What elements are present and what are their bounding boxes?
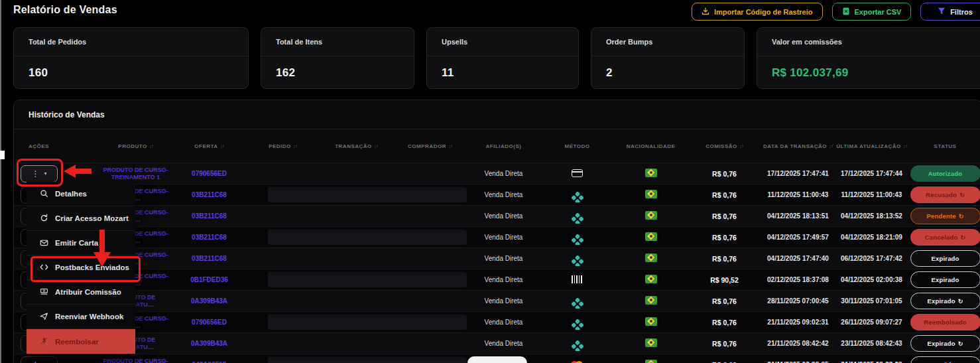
- column-header-comiss-o[interactable]: COMISSÃO↓↑: [688, 143, 761, 149]
- offer-link[interactable]: 0B1FDED36: [172, 276, 246, 283]
- status-badge-label: Expirado: [928, 297, 955, 305]
- menu-item-reembolsar[interactable]: Reembolsar: [27, 329, 135, 354]
- column-header-produto[interactable]: PRODUTO↓↑: [99, 143, 172, 149]
- status-cell: Autorizado: [908, 165, 980, 182]
- sort-icon[interactable]: ↓↑: [903, 143, 907, 149]
- mastercard-icon: [571, 361, 583, 363]
- table-row: ⋮▾PRODUTO DE ASSINATU…0A309B43AVenda Dir…: [14, 290, 980, 311]
- offer-link[interactable]: 03B211C68: [172, 255, 246, 262]
- status-cell: Expirado: [908, 250, 980, 267]
- status-badge-label: Cancelado: [925, 234, 958, 241]
- topbar-actions: Importar Código de Rastreio Exportar CSV…: [692, 3, 980, 21]
- status-cell: Expirado↻: [908, 335, 980, 352]
- menu-item-postbacks-enviados[interactable]: Postbacks Enviados: [27, 255, 135, 280]
- column-header-label: OFERTA: [194, 143, 217, 149]
- brazil-flag-icon: [645, 190, 657, 198]
- column-header-label: ÚLTIMA ATUALIZAÇÃO: [836, 143, 900, 149]
- status-badge[interactable]: Pendente↻: [910, 208, 980, 224]
- column-header-data-da-transa-o[interactable]: DATA DA TRANSAÇÃO↓↑: [761, 143, 835, 149]
- status-badge[interactable]: Grátis: [910, 356, 980, 363]
- sort-icon[interactable]: ↓↑: [374, 143, 378, 149]
- stat-value: 160: [14, 56, 248, 89]
- stat-card-upsells: Upsells11: [426, 27, 579, 89]
- offer-link[interactable]: 03B211C68: [172, 191, 246, 198]
- sort-icon[interactable]: ↓↑: [220, 143, 224, 149]
- offer-link[interactable]: 0790656ED: [172, 319, 246, 326]
- column-header-a-es: AÇÕES: [14, 143, 99, 149]
- commission-value: R$ 0,76: [688, 191, 761, 199]
- offer-link[interactable]: 03B211C68: [172, 234, 246, 241]
- pix-icon: [571, 255, 584, 266]
- last-update-date: 04/12/2025 18:13:52: [835, 212, 908, 220]
- chevron-down-icon: ▾: [44, 171, 46, 177]
- last-update-date: 06/12/2025 17:47:42: [835, 255, 908, 262]
- commission-value: R$ 90,52: [688, 276, 761, 284]
- menu-item-atribuir-comiss-o[interactable]: Atribuir Comissão: [27, 280, 135, 305]
- brazil-flag-icon: [645, 317, 657, 326]
- column-header-pedido[interactable]: PEDIDO↓↑: [246, 143, 320, 149]
- affiliate-name: Venda Direta: [467, 234, 540, 241]
- status-cell: Reembolsado: [908, 314, 980, 330]
- status-badge[interactable]: Autorizado: [910, 165, 980, 182]
- nationality-cell: [614, 253, 688, 265]
- sort-icon[interactable]: ↓↑: [739, 143, 743, 149]
- filters-button[interactable]: Filtros: [920, 3, 980, 21]
- status-badge[interactable]: Recusado↻: [910, 186, 980, 203]
- refresh-icon: ↻: [958, 340, 963, 347]
- column-header-label: PRODUTO: [118, 143, 147, 149]
- offer-link[interactable]: 0A309B43A: [172, 340, 246, 347]
- menu-item-emitir-carta[interactable]: Emitir Carta: [27, 231, 135, 255]
- column-header-transa-o[interactable]: TRANSAÇÃO↓↑: [320, 143, 393, 149]
- refresh-icon: ↻: [958, 298, 963, 305]
- offer-link[interactable]: 03B211C68: [172, 212, 246, 220]
- export-csv-button[interactable]: Exportar CSV: [832, 3, 912, 21]
- sort-icon[interactable]: ↓↑: [448, 143, 452, 149]
- offer-link[interactable]: 0A309B43A: [172, 297, 246, 305]
- column-header-oferta[interactable]: OFERTA↓↑: [172, 143, 246, 149]
- refresh-icon: ↻: [959, 213, 964, 220]
- column-header-label: COMPRADOR: [408, 143, 446, 149]
- status-badge[interactable]: Expirado: [910, 271, 980, 288]
- status-badge[interactable]: Cancelado↻: [910, 229, 980, 246]
- column-header-ltima-atualiza-o[interactable]: ÚLTIMA ATUALIZAÇÃO↓↑: [835, 143, 908, 149]
- nationality-cell: [614, 210, 688, 222]
- refresh-icon: ↻: [959, 192, 965, 198]
- import-tracking-code-button[interactable]: Importar Código de Rastreio: [692, 3, 823, 21]
- nationality-cell: [614, 295, 688, 307]
- commission-value: R$ 0,76: [688, 319, 761, 327]
- nationality-cell: [614, 359, 688, 363]
- commission-value: R$ 0,76: [688, 297, 761, 305]
- stat-card-total-de-itens: Total de Itens162: [261, 27, 414, 89]
- status-badge-label: Expirado: [928, 340, 955, 347]
- offer-link[interactable]: 0790656ED: [172, 170, 246, 177]
- column-header-status: STATUS: [908, 143, 980, 149]
- sort-icon[interactable]: ↓↑: [293, 143, 297, 149]
- column-header-comprador[interactable]: COMPRADOR↓↑: [393, 143, 467, 149]
- column-header-afiliado-s: AFILIADO(S): [467, 143, 540, 149]
- row-actions-button[interactable]: ⋮▾: [21, 165, 58, 182]
- affiliate-name: Venda Direta: [467, 191, 540, 198]
- row-actions-button[interactable]: ⋮▾: [21, 356, 58, 363]
- status-badge[interactable]: Reembolsado: [910, 314, 980, 330]
- sort-icon[interactable]: ↓↑: [149, 143, 153, 149]
- brazil-flag-icon: [645, 232, 657, 241]
- credit-card-icon: [572, 169, 583, 177]
- export-button-label: Exportar CSV: [855, 8, 902, 16]
- brazil-flag-icon: [645, 211, 657, 220]
- last-update-date: 30/11/2025 07:01:05: [835, 297, 908, 305]
- affiliate-name: Venda Direta: [467, 319, 540, 326]
- sort-icon[interactable]: ↓↑: [829, 143, 833, 149]
- redacted-buyer-info: [268, 230, 467, 245]
- menu-item-reenviar-webhook[interactable]: Reenviar Webhook: [27, 305, 135, 329]
- nationality-cell: [614, 189, 688, 201]
- filter-icon: [938, 7, 946, 17]
- status-badge[interactable]: Expirado↻: [910, 335, 980, 352]
- status-badge[interactable]: Expirado↻: [910, 293, 980, 309]
- stat-value: 11: [427, 56, 578, 89]
- payment-method-cell: [540, 315, 614, 330]
- menu-item-criar-acesso-mozart[interactable]: Criar Acesso Mozart: [27, 206, 135, 231]
- affiliate-name: Venda Direta: [467, 212, 540, 220]
- status-badge[interactable]: Expirado: [910, 250, 980, 267]
- menu-item-detalhes[interactable]: Detalhes: [27, 182, 135, 206]
- last-update-date: 17/12/2025 17:47:44: [835, 170, 908, 177]
